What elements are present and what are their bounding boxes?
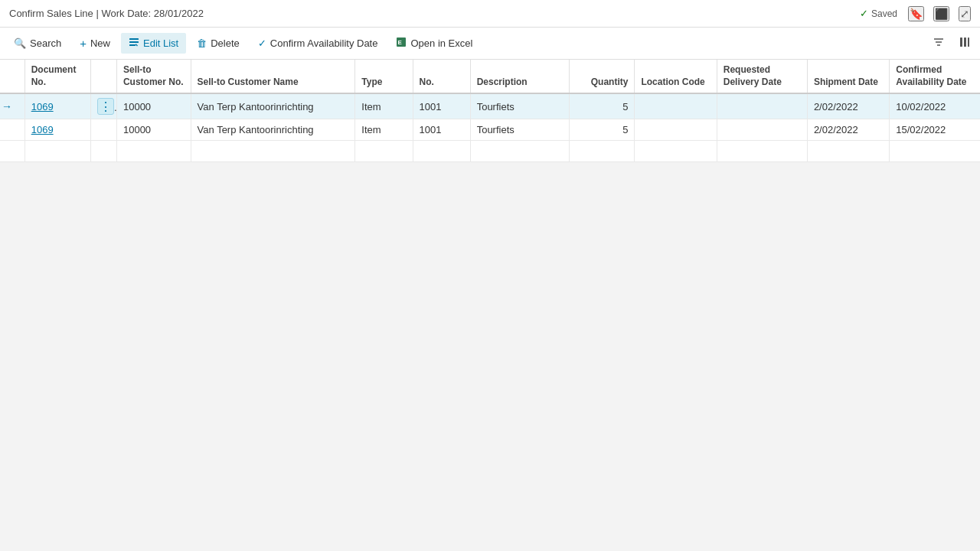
svg-rect-8: [960, 37, 962, 47]
cell-reqdeliv: [717, 119, 807, 141]
table-row[interactable]: →1069⋮10000Van Terp KantoorinrichtingIte…: [0, 93, 980, 119]
cell-type: Item: [355, 93, 413, 119]
svg-rect-1: [129, 41, 139, 43]
col-header-custno[interactable]: Sell-to Customer No.: [116, 60, 191, 93]
delete-button[interactable]: 🗑 Delete: [189, 34, 247, 53]
toolbar-right: [929, 33, 974, 54]
cell-ctx[interactable]: ⋮: [90, 93, 116, 119]
sales-lines-table: Document No. Sell-to Customer No. Sell-t…: [0, 60, 980, 162]
cell-type: Item: [355, 119, 413, 141]
saved-label: Saved: [871, 8, 897, 19]
new-label: New: [90, 37, 110, 49]
columns-icon[interactable]: [956, 33, 974, 54]
col-header-reqdeliv[interactable]: Requested Delivery Date: [717, 60, 807, 93]
context-menu-icon[interactable]: ⋮: [97, 98, 114, 115]
share-icon[interactable]: ⬛: [933, 6, 949, 21]
toolbar-left: 🔍 Search + New Edit List 🗑 Delete ✓: [6, 33, 480, 54]
edit-list-button[interactable]: Edit List: [121, 33, 186, 54]
search-button[interactable]: 🔍 Search: [6, 34, 69, 53]
saved-check-icon: ✓: [860, 8, 868, 19]
saved-status: ✓ Saved: [860, 8, 897, 19]
table-row[interactable]: 106910000Van Terp KantoorinrichtingItem1…: [0, 119, 980, 141]
col-header-shipdate[interactable]: Shipment Date: [807, 60, 889, 93]
doc-link[interactable]: 1069: [31, 101, 54, 112]
collapse-icon[interactable]: ⤢: [959, 6, 971, 21]
new-button[interactable]: + New: [72, 33, 118, 54]
cell-shipdate: 2/02/2022: [807, 119, 889, 141]
open-excel-label: Open in Excel: [410, 37, 472, 49]
table-container: Document No. Sell-to Customer No. Sell-t…: [0, 60, 980, 162]
confirm-avail-label: Confirm Availability Date: [270, 37, 378, 49]
col-header-type[interactable]: Type: [355, 60, 413, 93]
col-header-qty[interactable]: Quantity: [569, 60, 635, 93]
col-header-confavail[interactable]: Confirmed Availability Date: [890, 60, 980, 93]
title-bar-actions: ✓ Saved 🔖 ⬛ ⤢: [860, 6, 971, 21]
cell-no: 1001: [413, 119, 470, 141]
page-title: Confirm Sales Line | Work Date: 28/01/20…: [9, 8, 204, 19]
cell-confavail: 15/02/2022: [890, 119, 980, 141]
col-header-no[interactable]: No.: [413, 60, 470, 93]
cell-desc: Tourfiets: [470, 93, 569, 119]
svg-rect-2: [129, 44, 136, 46]
title-bar: Confirm Sales Line | Work Date: 28/01/20…: [0, 0, 980, 28]
cell-confavail: 10/02/2022: [890, 93, 980, 119]
cell-qty: 5: [569, 119, 635, 141]
cell-ctx: [90, 119, 116, 141]
cell-no: 1001: [413, 93, 470, 119]
cell-reqdeliv: [717, 93, 807, 119]
filter-icon[interactable]: [929, 33, 948, 54]
cell-desc: Tourfiets: [470, 119, 569, 141]
edit-list-label: Edit List: [143, 37, 178, 49]
toolbar: 🔍 Search + New Edit List 🗑 Delete ✓: [0, 28, 980, 60]
row-arrow-indicator: [0, 119, 24, 141]
search-label: Search: [30, 37, 61, 49]
new-icon: +: [80, 37, 87, 50]
cell-docno: 1069: [24, 119, 90, 141]
delete-icon: 🗑: [197, 37, 207, 49]
table-empty-row: [0, 141, 980, 162]
svg-rect-10: [968, 37, 969, 47]
col-header-desc[interactable]: Description: [470, 60, 569, 93]
svg-rect-9: [964, 37, 966, 47]
cell-custname: Van Terp Kantoorinrichting: [191, 93, 355, 119]
search-icon: 🔍: [14, 37, 26, 49]
cell-docno: 1069: [24, 93, 90, 119]
cell-custname: Van Terp Kantoorinrichting: [191, 119, 355, 141]
row-arrow-indicator: →: [0, 93, 24, 119]
svg-text:E: E: [398, 39, 403, 46]
title-bar-icons-group: 🔖 ⬛ ⤢: [908, 6, 971, 21]
doc-link[interactable]: 1069: [31, 124, 54, 135]
cell-shipdate: 2/02/2022: [807, 93, 889, 119]
col-header-custname[interactable]: Sell-to Customer Name: [191, 60, 355, 93]
cell-loccode: [635, 93, 717, 119]
edit-list-icon: [129, 37, 139, 50]
col-header-loccode[interactable]: Location Code: [635, 60, 717, 93]
cell-custno: 10000: [116, 119, 191, 141]
confirm-avail-button[interactable]: ✓ Confirm Availability Date: [250, 34, 386, 53]
open-excel-icon: E: [396, 37, 407, 50]
cell-custno: 10000: [116, 93, 191, 119]
col-header-ctx: [90, 60, 116, 93]
cell-qty: 5: [569, 93, 635, 119]
open-excel-button[interactable]: E Open in Excel: [388, 33, 480, 54]
col-header-docno[interactable]: Document No.: [24, 60, 90, 93]
cell-loccode: [635, 119, 717, 141]
confirm-avail-icon: ✓: [258, 37, 266, 49]
delete-label: Delete: [211, 37, 240, 49]
svg-rect-0: [129, 38, 139, 40]
table-header-row: Document No. Sell-to Customer No. Sell-t…: [0, 60, 980, 93]
bookmark-icon[interactable]: 🔖: [908, 6, 924, 21]
col-header-arrow: [0, 60, 24, 93]
